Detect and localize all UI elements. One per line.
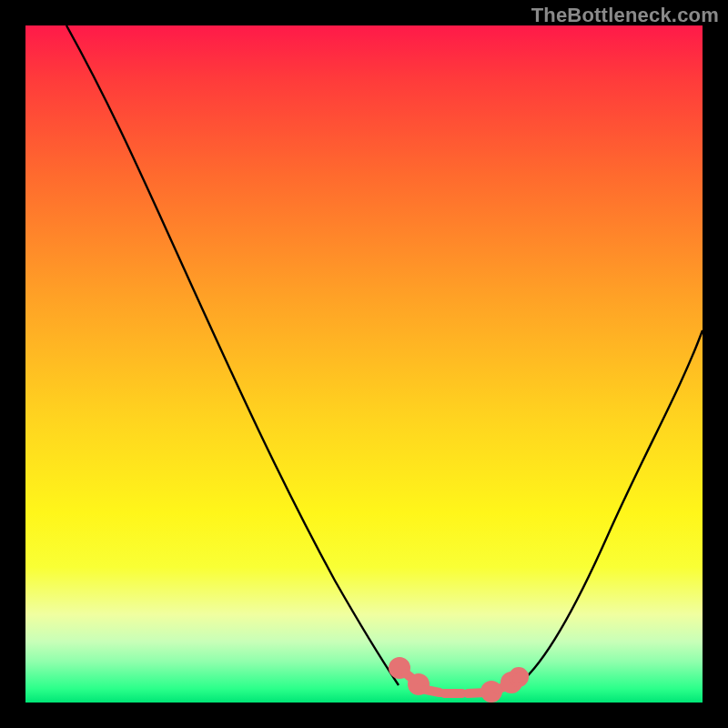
left-curve (66, 25, 399, 685)
svg-line-3 (426, 690, 440, 693)
chart-frame (25, 25, 703, 703)
watermark-text: TheBottleneck.com (531, 4, 719, 27)
svg-line-10 (517, 675, 524, 679)
flat-segment (393, 662, 524, 698)
right-curve (521, 330, 703, 682)
chart-curves (25, 25, 703, 703)
